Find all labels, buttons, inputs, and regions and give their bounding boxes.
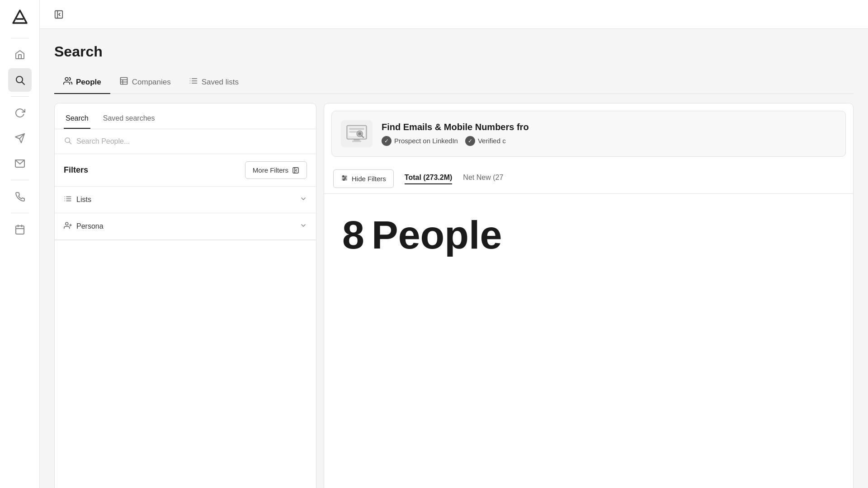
people-count-label: People <box>372 212 502 258</box>
sidebar-toggle-button[interactable] <box>51 6 67 23</box>
sidebar-item-send[interactable] <box>8 127 32 150</box>
sidebar-divider-4 <box>11 213 29 213</box>
page-content: Search People <box>40 29 868 488</box>
sidebar-item-phone[interactable] <box>8 185 32 208</box>
tab-saved-lists-label: Saved lists <box>202 78 239 87</box>
tab-people-label: People <box>76 78 101 87</box>
building-icon <box>119 76 128 88</box>
people-icon <box>63 76 72 88</box>
main-content: Search People <box>40 0 868 488</box>
results-tab-net-new[interactable]: Net New (27 <box>463 174 503 184</box>
tab-companies-label: Companies <box>132 78 171 87</box>
svg-point-49 <box>343 176 344 177</box>
page-title: Search <box>54 43 854 60</box>
sidebar-item-home[interactable] <box>8 43 32 66</box>
persona-icon <box>64 221 72 231</box>
sidebar-item-calendar[interactable] <box>8 218 32 241</box>
people-count-area: 8 People <box>324 194 853 488</box>
persona-filter-label: Persona <box>76 222 104 230</box>
svg-marker-0 <box>13 10 27 23</box>
two-col-layout: Search Saved searches <box>54 103 854 488</box>
hide-filters-button[interactable]: Hide Filters <box>333 169 394 188</box>
svg-point-51 <box>343 179 344 181</box>
right-results-panel: Find Emails & Mobile Numbers fro ✓ Prosp… <box>324 103 854 488</box>
search-input-icon <box>64 136 72 146</box>
lists-filter-label: Lists <box>76 196 91 204</box>
sidebar-item-mail[interactable] <box>8 152 32 175</box>
sidebar-item-refresh[interactable] <box>8 101 32 125</box>
filters-label: Filters <box>64 165 88 175</box>
promo-banner: Find Emails & Mobile Numbers fro ✓ Prosp… <box>331 111 846 157</box>
additional-filter-section <box>55 240 316 488</box>
filter-sliders-icon <box>341 174 348 183</box>
promo-badges: ✓ Prospect on LinkedIn ✓ Verified c <box>382 136 529 146</box>
promo-badge-verified: ✓ Verified c <box>465 136 506 146</box>
tab-saved-lists[interactable]: Saved lists <box>180 71 248 94</box>
filter-row-lists[interactable]: Lists <box>55 187 316 213</box>
promo-badge-verified-label: Verified c <box>478 137 506 145</box>
panel-tab-search[interactable]: Search <box>64 111 90 129</box>
results-toolbar: Hide Filters Total (273.2M) Net New (27 <box>324 164 853 194</box>
svg-point-13 <box>65 78 68 81</box>
tab-people[interactable]: People <box>54 71 110 94</box>
tab-companies[interactable]: Companies <box>110 71 180 94</box>
svg-rect-14 <box>120 78 127 84</box>
promo-title: Find Emails & Mobile Numbers fro <box>382 122 529 132</box>
filter-row-persona[interactable]: Persona <box>55 213 316 239</box>
filters-header: Filters More Filters <box>55 154 316 187</box>
list-filter-icon <box>64 195 72 205</box>
promo-badge-linkedin: ✓ Prospect on LinkedIn <box>382 136 458 146</box>
promo-icon <box>341 120 373 147</box>
panel-tab-saved-searches[interactable]: Saved searches <box>101 111 157 129</box>
svg-rect-7 <box>16 226 24 234</box>
main-tabs: People Companies <box>54 71 854 94</box>
sidebar <box>0 0 40 488</box>
app-logo <box>10 7 30 27</box>
sidebar-divider-1 <box>11 38 29 38</box>
sidebar-divider-2 <box>11 96 29 97</box>
svg-point-50 <box>344 178 346 179</box>
svg-rect-45 <box>352 141 361 142</box>
chevron-down-icon <box>300 195 307 204</box>
check-circle-2: ✓ <box>465 136 475 146</box>
people-count-number: 8 <box>342 215 364 255</box>
filter-section-lists: Lists <box>55 187 316 213</box>
filter-section-persona: Persona <box>55 213 316 240</box>
panel-tabs: Search Saved searches <box>55 103 316 129</box>
check-circle-1: ✓ <box>382 136 392 146</box>
more-filters-button[interactable]: More Filters <box>245 161 307 179</box>
sidebar-item-search[interactable] <box>8 68 32 92</box>
persona-chevron-down-icon <box>300 222 307 231</box>
svg-point-42 <box>358 132 361 136</box>
topbar <box>40 0 868 29</box>
search-people-input[interactable] <box>76 137 307 145</box>
svg-rect-39 <box>349 128 364 130</box>
people-search-box <box>55 129 316 154</box>
svg-line-25 <box>69 142 71 144</box>
svg-line-3 <box>22 82 24 85</box>
svg-point-34 <box>66 222 68 225</box>
list-icon <box>189 76 198 88</box>
people-count-display: 8 People <box>342 212 502 258</box>
promo-badge-linkedin-label: Prospect on LinkedIn <box>394 137 458 145</box>
left-filter-panel: Search Saved searches <box>54 103 316 488</box>
sidebar-divider-3 <box>11 180 29 180</box>
promo-text: Find Emails & Mobile Numbers fro ✓ Prosp… <box>382 122 529 146</box>
results-tab-total[interactable]: Total (273.2M) <box>405 174 453 184</box>
